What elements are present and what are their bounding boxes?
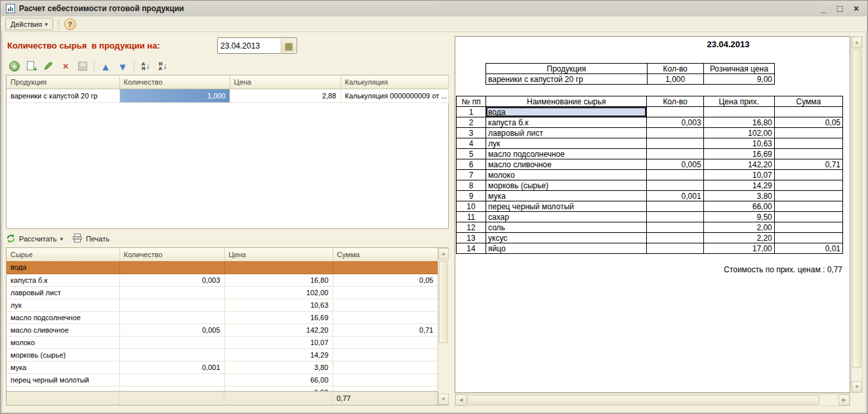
report-qty-cell[interactable] <box>647 149 703 159</box>
material-name-cell[interactable]: лук <box>7 299 119 311</box>
report-sum-cell[interactable] <box>774 222 842 233</box>
report-qty-cell[interactable] <box>647 107 703 117</box>
report-price-cell[interactable]: 66,00 <box>703 201 774 212</box>
report-qty-cell[interactable]: 0,003 <box>647 117 703 128</box>
report-name-cell[interactable]: масло сливочное <box>486 159 647 170</box>
scroll-down-button[interactable]: ▼ <box>438 394 449 405</box>
report-qty-cell[interactable] <box>647 212 703 222</box>
product-price-cell[interactable]: 2,88 <box>230 89 341 102</box>
add-button[interactable]: + <box>6 59 23 73</box>
report-name-cell[interactable]: мука <box>486 191 647 201</box>
material-sum-cell[interactable] <box>333 373 438 386</box>
scrollbar-thumb[interactable] <box>439 260 448 343</box>
report-num-cell[interactable]: 3 <box>457 128 486 138</box>
materials-row[interactable]: лавровый лист102,00 <box>7 286 438 299</box>
product-qty-cell[interactable]: 1,000 <box>119 89 230 102</box>
material-name-cell[interactable]: перец черный молотый <box>7 373 119 386</box>
material-qty-cell[interactable] <box>119 261 224 274</box>
report-qty-cell[interactable] <box>647 170 703 180</box>
report-price-cell[interactable]: 16,80 <box>703 117 774 128</box>
report-sum-cell[interactable] <box>774 149 842 159</box>
report-product-price-cell[interactable]: 9,00 <box>703 74 774 85</box>
products-row[interactable]: вареники с капустой 20 гр1,0002,88Кальку… <box>7 89 448 102</box>
report-num-cell[interactable]: 6 <box>457 159 486 170</box>
report-num-cell[interactable]: 13 <box>457 233 486 243</box>
col-header-price[interactable]: Цена <box>224 248 333 261</box>
report-num-cell[interactable]: 12 <box>457 222 486 233</box>
report-sum-cell[interactable] <box>774 138 842 149</box>
report-price-cell[interactable] <box>703 107 774 117</box>
materials-row[interactable]: молоко10,07 <box>7 336 438 348</box>
actions-menu-button[interactable]: Действия ▾ <box>5 18 53 30</box>
report-name-cell[interactable]: вода <box>486 107 647 117</box>
material-price-cell[interactable]: 14,29 <box>224 348 333 361</box>
material-name-cell[interactable]: мука <box>7 361 119 373</box>
sort-desc-button[interactable]: ЯА ↓ <box>154 59 171 73</box>
report-materials-row[interactable]: 1вода <box>457 107 843 117</box>
material-name-cell[interactable]: капуста б.к <box>7 274 119 286</box>
report-num-cell[interactable]: 14 <box>457 243 486 254</box>
add-copy-button[interactable]: + <box>23 59 40 73</box>
report-name-cell[interactable]: лук <box>486 138 647 149</box>
report-vertical-scrollbar[interactable]: ▲ ▼ <box>851 36 863 393</box>
report-price-cell[interactable]: 14,29 <box>703 180 774 191</box>
report-sum-cell[interactable]: 0,05 <box>774 117 842 128</box>
report-name-cell[interactable]: соль <box>486 222 647 233</box>
material-sum-cell[interactable]: 0,05 <box>333 274 438 286</box>
report-materials-row[interactable]: 8морковь (сырье)14,29 <box>457 180 843 191</box>
material-name-cell[interactable]: морковь (сырье) <box>7 348 119 361</box>
report-price-cell[interactable]: 16,69 <box>703 149 774 159</box>
material-sum-cell[interactable] <box>333 286 438 299</box>
scroll-left-button[interactable]: ◀ <box>455 394 466 405</box>
material-qty-cell[interactable] <box>119 348 224 361</box>
report-price-cell[interactable]: 10,07 <box>703 170 774 180</box>
report-materials-row[interactable]: 12соль2,00 <box>457 222 843 233</box>
material-sum-cell[interactable] <box>333 361 438 373</box>
report-price-cell[interactable]: 9,50 <box>703 212 774 222</box>
date-input[interactable] <box>220 40 278 51</box>
report-materials-row[interactable]: 14яйцо17,000,01 <box>457 243 843 254</box>
report-product-name-cell[interactable]: вареники с капустой 20 гр <box>486 74 648 85</box>
material-qty-cell[interactable] <box>119 299 224 311</box>
material-price-cell[interactable]: 16,80 <box>224 274 333 286</box>
report-num-cell[interactable]: 9 <box>457 191 486 201</box>
material-qty-cell[interactable] <box>119 373 224 386</box>
col-header-num[interactable]: № пп <box>457 96 486 107</box>
material-name-cell[interactable]: масло подсолнечное <box>7 311 119 323</box>
report-name-cell[interactable]: масло подсолнечное <box>486 149 647 159</box>
report-sum-cell[interactable] <box>774 180 842 191</box>
report-price-cell[interactable]: 2,20 <box>703 233 774 243</box>
report-product-qty-cell[interactable]: 1,000 <box>647 74 703 85</box>
material-sum-cell[interactable] <box>333 336 438 348</box>
report-sum-cell[interactable] <box>774 212 842 222</box>
material-sum-cell[interactable]: 0,71 <box>333 323 438 336</box>
scroll-down-button[interactable]: ▼ <box>852 381 862 392</box>
col-header-raw-name[interactable]: Наименование сырья <box>486 96 647 107</box>
product-calc-cell[interactable]: Калькуляция 0000000009 от ... <box>341 89 448 102</box>
delete-button[interactable]: × <box>57 59 74 73</box>
scroll-up-button[interactable]: ▲ <box>438 248 449 259</box>
material-sum-cell[interactable] <box>333 348 438 361</box>
move-up-button[interactable]: ▲ <box>97 59 114 73</box>
report-price-cell[interactable]: 2,00 <box>703 222 774 233</box>
materials-row[interactable]: капуста б.к0,00316,800,05 <box>7 274 438 286</box>
materials-row[interactable]: лук10,63 <box>7 299 438 311</box>
report-materials-row[interactable]: 10перец черный молотый66,00 <box>457 201 843 212</box>
report-qty-cell[interactable] <box>647 233 703 243</box>
report-price-cell[interactable]: 142,20 <box>703 159 774 170</box>
material-price-cell[interactable]: 66,00 <box>224 373 333 386</box>
report-materials-row[interactable]: 7молоко10,07 <box>457 170 843 180</box>
report-product-row[interactable]: вареники с капустой 20 гр1,0009,00 <box>486 74 775 85</box>
material-name-cell[interactable]: молоко <box>7 336 119 348</box>
materials-row[interactable]: перец черный молотый66,00 <box>7 373 438 386</box>
report-qty-cell[interactable]: 0,001 <box>647 191 703 201</box>
report-num-cell[interactable]: 7 <box>457 170 486 180</box>
material-price-cell[interactable]: 16,69 <box>224 311 333 323</box>
report-name-cell[interactable]: морковь (сырье) <box>486 180 647 191</box>
material-qty-cell[interactable] <box>119 311 224 323</box>
materials-scrollbar[interactable]: ▲ ▼ <box>438 248 449 405</box>
report-name-cell[interactable]: перец черный молотый <box>486 201 647 212</box>
scroll-up-button[interactable]: ▲ <box>852 37 862 48</box>
save-button[interactable] <box>74 59 91 73</box>
report-sum-cell[interactable] <box>774 170 842 180</box>
